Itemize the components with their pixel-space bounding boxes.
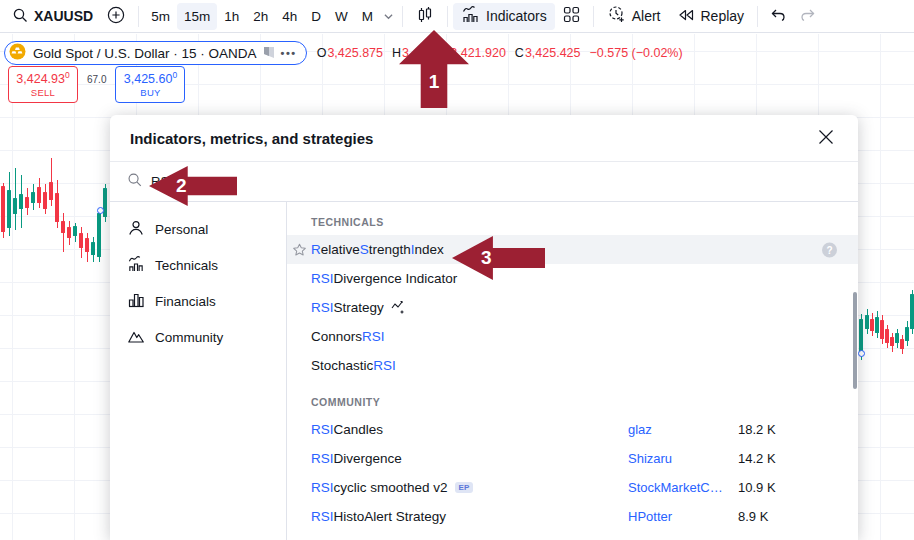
ohlc-values: O3,425.875 H3,426 L3,421.920 C3,425.425 … — [317, 46, 683, 60]
alert-label: Alert — [632, 8, 661, 24]
tradingview-app: XAUUSD 5m15m1h2h4hDWM Indicators — [0, 0, 914, 540]
editors-pick-badge: EP — [455, 482, 474, 493]
symbol-title: Gold Spot / U.S. Dollar · 15 · OANDA — [33, 46, 257, 61]
sidebar-item-financials[interactable]: Financials — [110, 283, 286, 319]
sidebar-item-technicals[interactable]: Technicals — [110, 247, 286, 283]
buy-button[interactable]: 3,425.600 BUY — [115, 66, 185, 103]
alert-button[interactable]: Alert — [599, 3, 669, 30]
indicators-button[interactable]: Indicators — [453, 3, 555, 30]
indicator-title: RSI Divergence — [311, 451, 628, 466]
author-link[interactable]: HPotter — [628, 509, 738, 524]
dialog-sidebar: PersonalTechnicalsFinancialsCommunity — [110, 202, 287, 540]
indicators-label: Indicators — [486, 8, 547, 24]
indicator-row[interactable]: RSI cyclic smoothed v2EPStockMarketC…10.… — [287, 473, 858, 502]
sidebar-item-community[interactable]: Community — [110, 319, 286, 355]
sell-button[interactable]: 3,424.930 SELL — [8, 66, 78, 103]
layout-grid-button[interactable] — [555, 3, 588, 30]
buy-price-sup: 0 — [172, 70, 177, 80]
open-value: 3,425.875 — [327, 46, 383, 60]
toolbar-separator — [593, 6, 594, 27]
replay-icon — [677, 6, 695, 27]
redo-button[interactable] — [793, 3, 823, 30]
top-toolbar: XAUUSD 5m15m1h2h4hDWM Indicators — [0, 0, 914, 33]
sidebar-item-label: Community — [155, 330, 223, 345]
search-icon — [127, 172, 142, 191]
compare-add-button[interactable] — [99, 3, 133, 30]
indicator-title: RSI cyclic smoothed v2EP — [311, 480, 628, 495]
sell-price: 3,424.93 — [16, 72, 65, 86]
undo-icon — [769, 8, 787, 25]
step-1-number: 1 — [429, 71, 440, 93]
close-label: C — [515, 46, 524, 60]
indicator-row[interactable]: Relative Strength Index? — [287, 235, 858, 264]
modal-scrollbar[interactable] — [853, 292, 857, 389]
step-2-number: 2 — [176, 175, 187, 197]
step-3-number: 3 — [481, 247, 492, 269]
plus-circle-icon — [107, 6, 125, 27]
symbol-ticker: XAUUSD — [34, 8, 93, 24]
indicator-row[interactable]: Stochastic RSI — [287, 351, 858, 380]
likes-count: 10.9 K — [738, 480, 858, 495]
indicator-row[interactable]: Connors RSI — [287, 322, 858, 351]
replay-label: Replay — [701, 8, 745, 24]
dialog-title: Indicators, metrics, and strategies — [130, 130, 373, 147]
symbol-search-button[interactable]: XAUUSD — [6, 3, 99, 30]
trade-panel: 3,424.930 SELL 67.0 3,425.600 BUY — [8, 66, 185, 103]
search-icon — [12, 7, 28, 26]
sidebar-item-label: Financials — [155, 294, 216, 309]
favorite-star-icon[interactable] — [292, 242, 307, 257]
indicator-title: RSI Candles — [311, 422, 628, 437]
interval-15m[interactable]: 15m — [177, 3, 217, 30]
search-input[interactable] — [151, 174, 841, 189]
indicator-row[interactable]: RSI Candlesglaz18.2 K — [287, 415, 858, 444]
indicators-icon — [461, 5, 480, 27]
symbol-legend-button[interactable]: Gold Spot / U.S. Dollar · 15 · OANDA ••• — [4, 41, 307, 65]
chart-style-button[interactable] — [408, 3, 442, 30]
indicator-row[interactable]: RSI DivergenceShizaru14.2 K — [287, 444, 858, 473]
interval-W[interactable]: W — [328, 3, 355, 30]
change-value: −0.575 (−0.02%) — [590, 46, 683, 60]
interval-2h[interactable]: 2h — [246, 3, 275, 30]
sidebar-item-personal[interactable]: Personal — [110, 211, 286, 247]
indicator-row[interactable]: RSI HistoAlert StrategyHPotter8.9 K — [287, 502, 858, 531]
results-list: TECHNICALSRelative Strength Index?RSI Di… — [287, 202, 858, 540]
interval-1h[interactable]: 1h — [217, 3, 246, 30]
indicator-row[interactable]: RSI Strategy — [287, 293, 858, 322]
gold-symbol-icon — [9, 43, 26, 63]
interval-5m[interactable]: 5m — [144, 3, 177, 30]
close-button[interactable] — [814, 125, 838, 152]
replay-button[interactable]: Replay — [669, 3, 753, 30]
indicator-row[interactable]: RSI Divergence Indicator — [287, 264, 858, 293]
financials-icon — [127, 291, 145, 312]
section-header: TECHNICALS — [287, 209, 858, 235]
spread-value: 67.0 — [87, 74, 106, 85]
interval-chevron-down-icon[interactable] — [380, 3, 397, 30]
interval-4h[interactable]: 4h — [275, 3, 304, 30]
layout-grid-icon — [563, 6, 580, 26]
sidebar-item-label: Technicals — [155, 258, 218, 273]
likes-count: 14.2 K — [738, 451, 858, 466]
author-link[interactable]: glaz — [628, 422, 738, 437]
indicator-title: Stochastic RSI — [311, 358, 628, 373]
high-label: H — [392, 46, 401, 60]
dialog-header: Indicators, metrics, and strategies — [110, 115, 858, 161]
author-link[interactable]: StockMarketC… — [628, 480, 738, 495]
author-link[interactable]: Shizaru — [628, 451, 738, 466]
close-value: 3,425.425 — [525, 46, 581, 60]
help-icon[interactable]: ? — [822, 242, 837, 257]
sidebar-item-label: Personal — [155, 222, 208, 237]
undo-button[interactable] — [763, 3, 793, 30]
likes-count: 18.2 K — [738, 422, 858, 437]
more-options-button[interactable]: ••• — [281, 47, 297, 59]
indicator-title: RSI Divergence Indicator — [311, 271, 628, 286]
sell-price-sup: 0 — [65, 70, 70, 80]
interval-M[interactable]: M — [355, 3, 380, 30]
open-label: O — [317, 46, 327, 60]
chart-marker — [858, 350, 865, 357]
toolbar-separator — [402, 6, 403, 27]
indicator-title: RSI Strategy — [311, 300, 628, 315]
section-header: COMMUNITY — [287, 389, 858, 415]
chart-marker — [97, 207, 104, 214]
community-icon — [127, 327, 145, 348]
interval-D[interactable]: D — [304, 3, 328, 30]
